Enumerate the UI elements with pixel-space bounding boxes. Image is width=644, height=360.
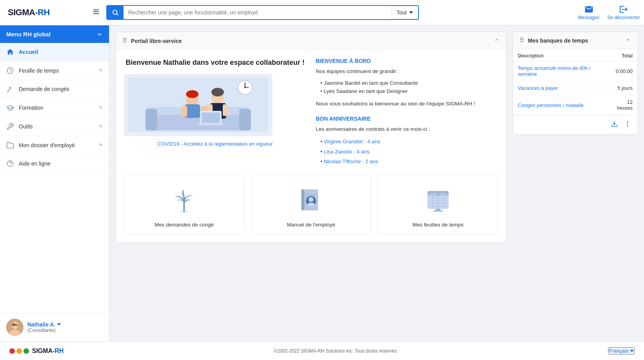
logout-button[interactable]: Se déconnecter xyxy=(607,5,640,20)
manuel-icon xyxy=(295,184,327,216)
card-manuel[interactable]: Manuel de l'employé xyxy=(251,175,372,234)
svg-rect-16 xyxy=(145,109,157,130)
dot-green xyxy=(23,348,29,354)
search-bar: Tout xyxy=(106,5,419,20)
svg-text:Février: Février xyxy=(440,193,446,195)
col-total: Total xyxy=(606,49,637,61)
card-conge-label: Mes demandes de congé xyxy=(155,222,214,228)
sidebar-item-formation[interactable]: Formation + xyxy=(0,98,109,117)
time-bank-link-0[interactable]: Temps accumulé moins de 40h / semaine xyxy=(518,65,590,77)
svg-point-3 xyxy=(113,10,117,14)
footer-copyright: ©2002-2022 SIGMA-RH Solutions inc. Tous … xyxy=(274,348,398,354)
footer-language-button[interactable]: Français xyxy=(608,347,635,355)
main-content: ⠿ Portail libre-service Bienvenue Nathal… xyxy=(116,32,506,335)
user-info: Nathalie A. (Consultante) xyxy=(27,321,61,333)
footer-dots xyxy=(9,348,29,354)
birthday-title: BON ANNIVERSAIRE xyxy=(316,116,498,122)
sidebar-menu-label: Menu RH global xyxy=(6,31,50,37)
col-description: Description xyxy=(513,49,606,61)
portal-panel: ⠿ Portail libre-service Bienvenue Nathal… xyxy=(116,32,506,242)
news-person-1: Jasmine Bardet en tant que Consultante xyxy=(320,79,498,87)
birthday-list: Virginie Grandsir : 4 ans Lisa Zaniolo :… xyxy=(316,137,498,167)
portal-header: ⠿ Portail libre-service xyxy=(116,32,506,50)
welcome-section: Bienvenue Nathalie dans votre espace col… xyxy=(116,50,506,175)
time-bank-row-1: Vacances à payer 5 jours xyxy=(513,81,637,95)
card-feuilles-label: Mes feuilles de temps xyxy=(412,222,463,228)
card-manuel-label: Manuel de l'employé xyxy=(287,222,335,228)
time-bank-value-2: 12 heures xyxy=(606,95,637,115)
time-bank-row-2: Congés personnels / maladie 12 heures xyxy=(513,95,637,115)
nav-label-formation: Formation xyxy=(19,105,94,111)
sidebar-item-feuille-de-temps[interactable]: Feuille de temps + xyxy=(0,61,109,80)
svg-rect-21 xyxy=(182,106,187,117)
nav-label-dossier: Mon dossier d'employé xyxy=(19,142,94,148)
search-input[interactable] xyxy=(123,6,392,19)
time-bank-link-2[interactable]: Congés personnels / maladie xyxy=(518,102,583,108)
svg-point-19 xyxy=(186,90,199,98)
sidebar-item-dossier[interactable]: Mon dossier d'employé + xyxy=(0,136,109,155)
svg-point-61 xyxy=(627,123,628,125)
nav-label-conges: Demande de congés xyxy=(19,86,103,92)
download-button[interactable] xyxy=(609,119,619,131)
sidebar: Menu RH global Accueil Feuille de temps … xyxy=(0,25,109,341)
drag-handle: ⠿ xyxy=(122,37,128,45)
sidebar-item-conges[interactable]: Demande de congés xyxy=(0,80,109,98)
nav-plus-outils: + xyxy=(98,122,103,130)
svg-rect-38 xyxy=(301,189,304,210)
welcome-heading: Bienvenue Nathalie dans votre espace col… xyxy=(124,58,306,68)
svg-rect-29 xyxy=(202,112,220,123)
sidebar-toggle[interactable] xyxy=(89,5,103,21)
sidebar-item-outils[interactable]: Outils + xyxy=(0,117,109,136)
time-bank-collapse[interactable] xyxy=(625,37,631,44)
card-feuilles[interactable]: Janvier Février xyxy=(377,175,498,234)
time-bank-row-0: Temps accumulé moins de 40h / semaine 0:… xyxy=(513,61,637,81)
user-role: (Consultante) xyxy=(27,328,61,333)
nav-plus-formation: + xyxy=(98,103,103,112)
conge-icon xyxy=(168,184,200,216)
nav-label-feuille: Feuille de temps xyxy=(19,68,94,74)
nav-plus-feuille: + xyxy=(98,66,103,75)
nav-label-outils: Outils xyxy=(19,123,94,130)
dot-red xyxy=(9,348,15,354)
svg-point-62 xyxy=(627,125,628,127)
search-dropdown[interactable]: Tout xyxy=(392,6,418,19)
birthday-3: Nicolas Tiffoche : 2 ans xyxy=(320,157,498,167)
more-options-button[interactable] xyxy=(623,119,633,131)
welcome-left: Bienvenue Nathalie dans votre espace col… xyxy=(124,58,306,167)
news-content: Nos équipes continuent de grandir : Jasm… xyxy=(316,67,498,108)
svg-point-6 xyxy=(7,161,13,167)
covid-link[interactable]: COVID19 - Accédez à la réglementation en… xyxy=(124,141,306,147)
svg-rect-58 xyxy=(433,210,443,212)
portal-collapse-button[interactable] xyxy=(494,37,500,45)
card-conge[interactable]: Mes demandes de congé xyxy=(124,175,245,234)
sidebar-header[interactable]: Menu RH global xyxy=(0,25,109,43)
sidebar-item-aide[interactable]: Aide en ligne xyxy=(0,155,109,173)
time-bank-link-1[interactable]: Vacances à payer xyxy=(518,85,558,91)
nav-plus-dossier: + xyxy=(98,141,103,149)
time-bank-panel: ⠿ Mes banques de temps Description Total xyxy=(513,32,638,134)
time-bank-value-0: 0:00:00 xyxy=(606,61,637,81)
svg-rect-30 xyxy=(197,124,224,126)
svg-text:Janvier: Janvier xyxy=(430,193,436,195)
svg-point-24 xyxy=(211,88,224,96)
time-bank-header: ⠿ Mes banques de temps xyxy=(513,32,637,49)
birthday-content: Les anniversaires de contrats à venir ce… xyxy=(316,125,498,166)
birthday-section: BON ANNIVERSAIRE Les anniversaires de co… xyxy=(316,116,498,166)
news-person-2: Lyès Saadane en tant que Designer xyxy=(320,87,498,96)
nav-label-aide: Aide en ligne xyxy=(19,160,103,167)
right-panel: ⠿ Mes banques de temps Description Total xyxy=(513,32,638,335)
quick-cards: Mes demandes de congé xyxy=(116,175,506,242)
avatar xyxy=(6,319,23,336)
sidebar-nav: Accueil Feuille de temps + Demande de co… xyxy=(0,43,109,313)
svg-point-43 xyxy=(309,197,313,202)
time-bank-table: Description Total Temps accumulé moins d… xyxy=(513,49,637,115)
svg-point-36 xyxy=(179,210,189,213)
svg-rect-57 xyxy=(435,209,441,210)
messages-button[interactable]: Messages xyxy=(578,5,599,20)
sidebar-footer: Nathalie A. (Consultante) xyxy=(0,313,109,341)
sidebar-item-accueil[interactable]: Accueil xyxy=(0,43,109,61)
news-title: BIENVENUE À BORD xyxy=(316,58,498,64)
footer-logo: SIGMA-RH xyxy=(9,348,64,355)
nav-label-accueil: Accueil xyxy=(19,49,103,55)
user-name[interactable]: Nathalie A. xyxy=(27,321,61,328)
